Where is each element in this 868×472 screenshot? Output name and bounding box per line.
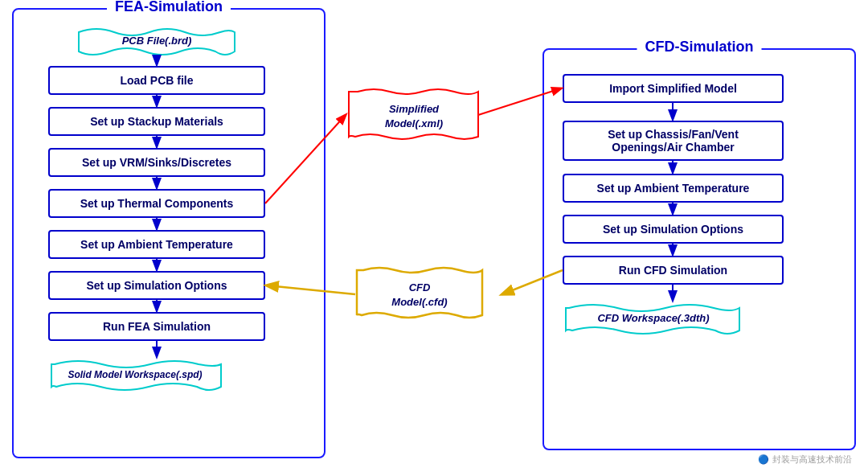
fea-sim-options-box: Set up Simulation Options [48, 271, 265, 300]
solid-model-label: Solid Model Workspace(.spd) [68, 369, 202, 380]
cfd-sim-options-box: Set up Simulation Options [563, 215, 784, 244]
cfd-ambient-box: Set up Ambient Temperature [563, 174, 784, 203]
chassis-box: Set up Chassis/Fan/Vent Openings/Air Cha… [563, 121, 784, 161]
run-cfd-box: Run CFD Simulation [563, 256, 784, 285]
simplified-model-shape: Simplified Model(.xml) [346, 87, 506, 142]
load-pcb-box: Load PCB file [48, 66, 265, 95]
import-simplified-box: Import Simplified Model [563, 74, 784, 103]
pcb-file-shape: PCB File(.brd) [72, 26, 241, 58]
run-fea-box: Run FEA Simulation [48, 312, 265, 341]
cfd-title: CFD-Simulation [637, 39, 762, 55]
cfd-model-shape: CFD Model(.cfd) [354, 265, 502, 320]
fea-ambient-box: Set up Ambient Temperature [48, 230, 265, 259]
fea-title: FEA-Simulation [107, 0, 231, 15]
svg-text:Model(.cfd): Model(.cfd) [391, 296, 447, 308]
cfd-section: CFD-Simulation [542, 48, 856, 450]
watermark: 🔵 封装与高速技术前沿 [758, 454, 852, 466]
svg-text:Model(.xml): Model(.xml) [385, 117, 443, 129]
cfd-workspace-label: CFD Workspace(.3dth) [597, 312, 709, 324]
solid-model-shape: Solid Model Workspace(.spd) [48, 358, 265, 393]
thermal-box: Set up Thermal Components [48, 189, 265, 218]
simplified-model-label: Simplified [389, 103, 440, 115]
cfd-model-label: CFD [409, 281, 431, 293]
vrm-box: Set up VRM/Sinks/Discretes [48, 148, 265, 177]
cfd-workspace-shape: CFD Workspace(.3dth) [563, 302, 784, 337]
diagram-container: FEA-Simulation CFD-Simulation PCB File(.… [0, 0, 868, 472]
stackup-box: Set up Stackup Materials [48, 107, 265, 136]
pcb-file-label: PCB File(.brd) [122, 35, 192, 47]
